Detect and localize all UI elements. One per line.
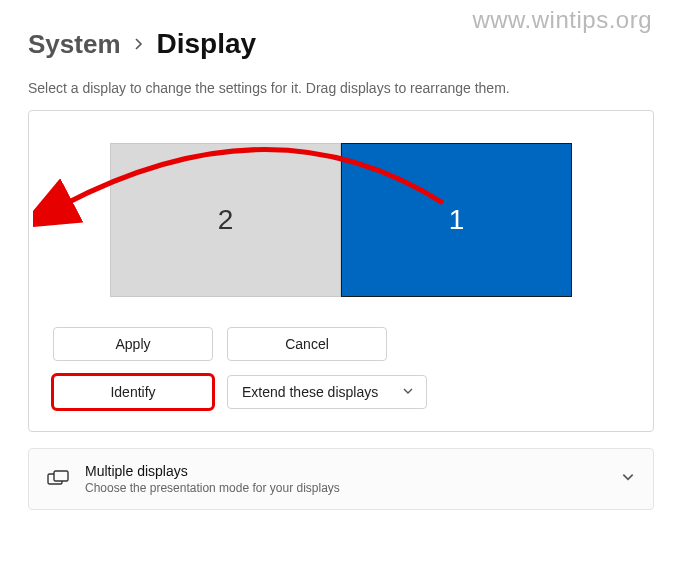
instruction-text: Select a display to change the settings … [28, 80, 654, 96]
expander-subtitle: Choose the presentation mode for your di… [85, 481, 605, 495]
display-arrangement-panel: 2 1 Apply Cancel Identify Extend these d… [28, 110, 654, 432]
expander-title: Multiple displays [85, 463, 605, 479]
svg-rect-2 [54, 471, 68, 481]
multiple-displays-expander[interactable]: Multiple displays Choose the presentatio… [28, 448, 654, 510]
chevron-right-icon [133, 34, 145, 55]
display-arrangement-area[interactable]: 2 1 [53, 129, 629, 321]
display-mode-select[interactable]: Extend these displays [227, 375, 427, 409]
apply-button[interactable]: Apply [53, 327, 213, 361]
cancel-button[interactable]: Cancel [227, 327, 387, 361]
page-title: Display [157, 28, 257, 60]
breadcrumb-parent[interactable]: System [28, 29, 121, 60]
chevron-down-icon [621, 470, 635, 488]
display-mode-value: Extend these displays [242, 384, 378, 400]
multiple-displays-icon [47, 468, 69, 490]
monitor-2[interactable]: 2 [110, 143, 341, 297]
expander-text: Multiple displays Choose the presentatio… [85, 463, 605, 495]
breadcrumb: System Display [28, 28, 654, 60]
monitor-1[interactable]: 1 [341, 143, 572, 297]
identify-button[interactable]: Identify [53, 375, 213, 409]
chevron-down-icon [402, 384, 414, 400]
